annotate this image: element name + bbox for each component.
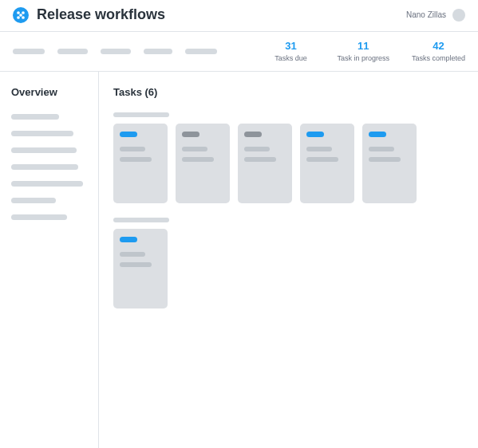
sidebar-item[interactable]	[11, 181, 83, 187]
task-card[interactable]	[362, 124, 417, 203]
stat-tasks-in-progress[interactable]: 11 Task in progress	[337, 41, 389, 61]
status-badge	[120, 237, 137, 242]
stat-tasks-due[interactable]: 31 Tasks due	[267, 41, 314, 61]
nav-tab[interactable]	[101, 49, 131, 54]
task-card[interactable]	[238, 124, 292, 203]
sidebar-item[interactable]	[11, 147, 77, 153]
task-card[interactable]	[113, 124, 168, 203]
avatar[interactable]	[452, 9, 465, 22]
stat-value: 31	[267, 41, 314, 52]
page-title: Release workflows	[37, 6, 165, 23]
subheader: 31 Tasks due 11 Task in progress 42 Task…	[0, 32, 478, 72]
stat-value: 11	[337, 41, 389, 52]
svg-point-1	[22, 11, 24, 13]
section-label	[113, 218, 169, 222]
user-name-label[interactable]: Nano Zillas	[406, 10, 446, 19]
svg-point-4	[20, 14, 22, 15]
card-text-line	[182, 157, 214, 162]
card-text-line	[369, 157, 401, 162]
stat-label: Tasks due	[267, 54, 314, 62]
status-badge	[369, 132, 386, 137]
card-text-line	[244, 157, 276, 162]
svg-point-3	[22, 16, 24, 18]
nav-tabs	[13, 49, 217, 54]
task-card[interactable]	[113, 229, 168, 308]
status-badge	[244, 132, 262, 137]
card-row	[113, 124, 464, 203]
sidebar-item[interactable]	[11, 164, 78, 170]
nav-tab[interactable]	[185, 49, 217, 54]
card-text-line	[306, 157, 338, 162]
sidebar-item[interactable]	[11, 214, 67, 220]
app-logo-icon[interactable]	[13, 7, 29, 23]
status-badge	[306, 132, 324, 137]
sidebar-item[interactable]	[11, 198, 56, 203]
card-text-line	[120, 252, 145, 257]
sidebar-item[interactable]	[11, 131, 73, 136]
card-text-line	[182, 147, 207, 151]
nav-tab[interactable]	[57, 49, 88, 54]
status-badge	[120, 132, 137, 137]
task-card[interactable]	[176, 124, 230, 203]
stats-group: 31 Tasks due 11 Task in progress 42 Task…	[267, 41, 465, 61]
stat-label: Task in progress	[337, 54, 389, 62]
card-row	[113, 229, 464, 308]
stat-value: 42	[412, 41, 465, 52]
svg-point-0	[18, 11, 19, 13]
card-text-line	[369, 147, 394, 151]
main-layout: Overview Tasks (6)	[0, 72, 478, 448]
stat-tasks-completed[interactable]: 42 Tasks completed	[412, 41, 465, 61]
svg-point-2	[18, 16, 19, 18]
stat-label: Tasks completed	[412, 54, 465, 62]
sidebar-title: Overview	[11, 86, 87, 98]
status-badge	[182, 132, 199, 137]
nav-tab[interactable]	[13, 49, 45, 54]
content-title: Tasks (6)	[113, 86, 464, 98]
sidebar: Overview	[0, 72, 99, 448]
task-card[interactable]	[300, 124, 354, 203]
card-text-line	[306, 147, 332, 151]
header-right: Nano Zillas	[406, 9, 465, 22]
card-text-line	[120, 157, 152, 162]
section-label	[113, 112, 169, 117]
sidebar-item[interactable]	[11, 114, 59, 120]
card-text-line	[244, 147, 270, 151]
nav-tab[interactable]	[144, 49, 172, 54]
card-text-line	[120, 262, 152, 267]
header-left: Release workflows	[13, 6, 165, 23]
app-header: Release workflows Nano Zillas	[0, 0, 478, 32]
content-area: Tasks (6)	[99, 72, 478, 448]
card-text-line	[120, 147, 145, 151]
